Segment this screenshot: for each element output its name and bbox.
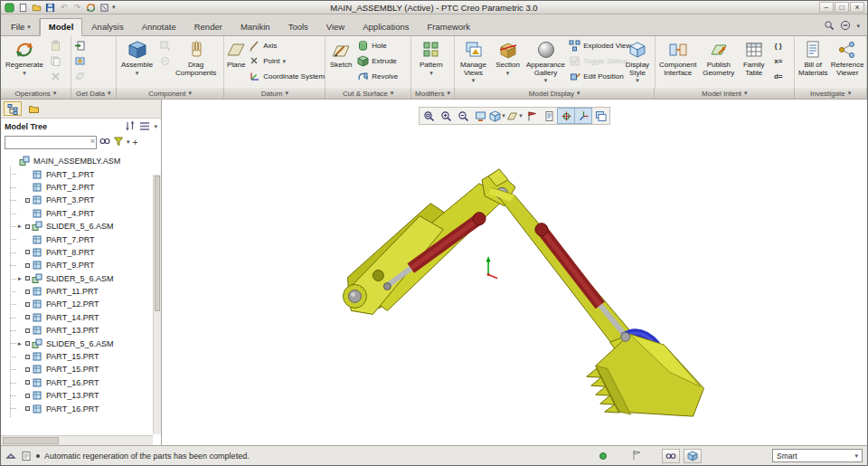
- publish-geometry-button[interactable]: Publish Geometry: [700, 38, 738, 86]
- sketch-button[interactable]: Sketch: [326, 38, 355, 86]
- group-label-investigate[interactable]: Investigate▾: [795, 88, 867, 99]
- reference-viewer-button[interactable]: Reference Viewer: [830, 38, 864, 86]
- message-log-icon[interactable]: [21, 451, 32, 461]
- 3d-dragger-button[interactable]: [575, 109, 591, 123]
- tree-item[interactable]: ▸ SLIDER_5_6.ASM: [3, 220, 153, 233]
- tree-item[interactable]: ▸ PART_16.PRT: [3, 402, 153, 414]
- tab-model[interactable]: Model: [40, 18, 82, 36]
- expand-all-icon[interactable]: +: [133, 138, 138, 147]
- regenerate-button[interactable]: Regenerate ▾: [2, 38, 47, 86]
- relations-button[interactable]: d=: [770, 69, 787, 84]
- point-button[interactable]: Point▾: [247, 53, 326, 69]
- import-data-icon[interactable]: [72, 38, 89, 53]
- flag-icon[interactable]: [632, 450, 642, 462]
- show-notes-button[interactable]: [541, 109, 557, 123]
- maximize-window-button[interactable]: □: [835, 2, 849, 13]
- tree-settings-caret-icon[interactable]: ▾: [154, 124, 157, 129]
- include-component-icon[interactable]: [157, 53, 174, 69]
- tree-item[interactable]: ▸ SLIDER_5_6.ASM: [3, 337, 153, 349]
- file-menu-button[interactable]: File▾: [3, 19, 40, 35]
- exploded-view-button[interactable]: Exploded View: [567, 38, 621, 53]
- scrollbar-thumb[interactable]: [3, 437, 59, 444]
- tree-item[interactable]: ▸ PART_15.PRT: [3, 350, 153, 363]
- command-search-icon[interactable]: [824, 20, 835, 33]
- graphics-area[interactable]: ▾ ▾: [162, 100, 867, 445]
- tab-analysis[interactable]: Analysis: [82, 18, 132, 36]
- component-interface-button[interactable]: Component Interface: [656, 38, 700, 86]
- revolve-button[interactable]: Revolve: [355, 69, 400, 84]
- select-items-button[interactable]: [684, 449, 702, 463]
- tree-item[interactable]: ▸ PART_8.PRT: [3, 246, 153, 259]
- group-label-model-intent[interactable]: Model Intent▾: [655, 88, 795, 99]
- copy-button[interactable]: [47, 53, 63, 69]
- user-defined-feature-icon[interactable]: [72, 53, 89, 69]
- appearance-gallery-button[interactable]: Appearance Gallery ▾: [524, 38, 567, 86]
- group-label-model-display[interactable]: Model Display▾: [455, 88, 656, 99]
- tree-item[interactable]: ▸ SLIDER_5_6.ASM: [3, 272, 153, 285]
- expand-arrow-icon[interactable]: ▸: [18, 340, 24, 347]
- group-label-component[interactable]: Component▾: [117, 88, 225, 99]
- tree-filter-caret-icon[interactable]: ▾: [127, 139, 130, 145]
- spin-center-button[interactable]: [558, 109, 574, 123]
- group-label-cut-surface[interactable]: Cut & Surface▾: [326, 88, 411, 99]
- tree-scroll-area[interactable]: ▸ MAIN_ASSEMBLY.ASM ▸: [3, 155, 153, 435]
- group-label-modifiers[interactable]: Modifiers▾: [411, 88, 455, 99]
- zoom-in-button[interactable]: [438, 109, 454, 123]
- tree-item[interactable]: ▸ PART_13.PRT: [3, 324, 153, 337]
- tree-settings-icon[interactable]: [139, 120, 150, 133]
- repaint-button[interactable]: [472, 109, 488, 123]
- tree-item[interactable]: ▸ MAIN_ASSEMBLY.ASM: [3, 155, 153, 167]
- tree-item[interactable]: ▸ PART_9.PRT: [3, 259, 153, 271]
- save-icon[interactable]: [44, 2, 56, 13]
- tree-item[interactable]: ▸ PART_2.PRT: [3, 181, 153, 194]
- tree-item[interactable]: ▸ PART_3.PRT: [3, 194, 153, 206]
- paste-button[interactable]: [47, 38, 63, 53]
- zoom-out-button[interactable]: [455, 109, 471, 123]
- assemble-button[interactable]: Assemble ▾: [118, 38, 157, 86]
- tab-render[interactable]: Render: [185, 18, 231, 36]
- tree-item[interactable]: ▸ PART_7.PRT: [3, 233, 153, 245]
- ribbon-options-caret-icon[interactable]: ▾: [856, 24, 860, 29]
- extrude-button[interactable]: Extrude: [355, 53, 400, 69]
- tree-item[interactable]: ▸ PART_15.PRT: [3, 363, 153, 376]
- switch-symbols-button[interactable]: x=: [770, 53, 787, 69]
- coordinate-system-button[interactable]: Coordinate System: [247, 69, 326, 84]
- search-model-button[interactable]: [662, 449, 680, 463]
- datum-display-button[interactable]: ▾: [506, 109, 523, 123]
- tab-applications[interactable]: Applications: [354, 18, 418, 36]
- tree-item[interactable]: ▸ PART_4.PRT: [3, 207, 153, 220]
- group-label-operations[interactable]: Operations▾: [1, 88, 71, 99]
- display-style-toolbar-button[interactable]: ▾: [489, 109, 505, 123]
- quick-access-caret-icon[interactable]: ▾: [112, 5, 116, 10]
- tree-item[interactable]: ▸ PART_16.PRT: [3, 376, 153, 389]
- family-table-button[interactable]: Family Table: [738, 38, 770, 86]
- axis-button[interactable]: Axis: [247, 38, 326, 53]
- statusbar-expand-icon[interactable]: [5, 451, 16, 461]
- pattern-button[interactable]: Pattern ▾: [412, 38, 450, 86]
- toggle-status-button[interactable]: Toggle Status: [567, 53, 621, 69]
- scrollbar-thumb[interactable]: [155, 176, 160, 311]
- minimize-ribbon-icon[interactable]: [840, 20, 851, 33]
- tab-manikin[interactable]: Manikin: [231, 18, 279, 36]
- tree-vertical-scrollbar[interactable]: [153, 175, 161, 434]
- annotation-display-button[interactable]: [524, 109, 540, 123]
- edit-position-button[interactable]: Edit Position: [567, 69, 621, 84]
- drag-components-button[interactable]: Drag Components: [174, 38, 219, 86]
- expand-arrow-icon[interactable]: ▸: [18, 275, 24, 282]
- tree-search-input[interactable]: [5, 136, 97, 149]
- create-component-icon[interactable]: [157, 38, 174, 53]
- model-tree-tab[interactable]: [4, 101, 22, 116]
- refit-quick-icon[interactable]: [99, 2, 110, 13]
- tree-item[interactable]: ▸ PART_11.PRT: [3, 285, 153, 298]
- redo-icon[interactable]: ↷: [71, 2, 83, 13]
- tree-item[interactable]: ▸ PART_1.PRT: [3, 167, 153, 180]
- close-window-button[interactable]: ×: [850, 2, 864, 13]
- manage-views-button[interactable]: Manage Views ▾: [456, 38, 492, 86]
- find-in-tree-icon[interactable]: [99, 136, 110, 148]
- clear-search-icon[interactable]: ×: [90, 137, 95, 146]
- delete-button[interactable]: [47, 69, 63, 84]
- hole-button[interactable]: Hole: [355, 38, 400, 53]
- refit-button[interactable]: [420, 109, 437, 123]
- view-manager-button[interactable]: [592, 109, 609, 123]
- selection-filter-dropdown[interactable]: Smart ▾: [772, 449, 863, 462]
